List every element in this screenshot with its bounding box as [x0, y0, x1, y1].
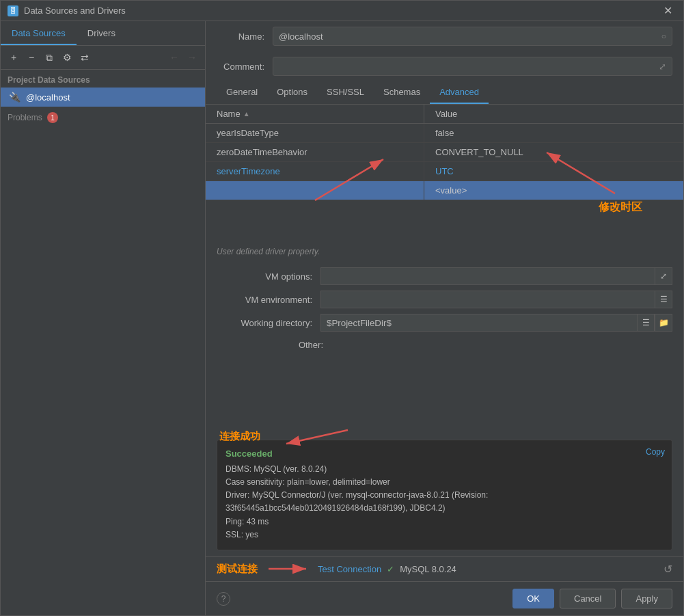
vm-options-row: VM options: ⤢: [217, 267, 672, 285]
cell-name-link[interactable]: serverTimezone: [206, 162, 424, 180]
tab-ssh-ssl[interactable]: SSH/SSL: [317, 81, 374, 104]
table-row-selected[interactable]: <value>: [206, 181, 683, 200]
advanced-table: Name ▲ Value yearIsDateType false zeroDa…: [206, 105, 683, 434]
success-panel: Succeeded Copy DBMS: MySQL (ver. 8.0.24)…: [217, 440, 672, 550]
test-connection-area: 测试连接 Test Connection ✓ MySQL 8.0.24: [217, 562, 456, 576]
name-row: Name: @localhost ○: [206, 21, 683, 51]
main-content: Data Sources Drivers + − ⧉ ⚙ ⇄ ← → Proje…: [1, 21, 683, 615]
vm-options-input[interactable]: [320, 267, 655, 285]
success-line: Driver: MySQL Connector/J (ver. mysql-co…: [225, 489, 664, 502]
success-line: Case sensitivity: plain=lower, delimited…: [225, 476, 664, 489]
nav-arrows: ← →: [167, 51, 200, 64]
footer-right: OK Cancel Apply: [512, 589, 672, 608]
copy-button[interactable]: Copy: [646, 447, 665, 457]
working-dir-input[interactable]: [320, 314, 637, 332]
settings-button[interactable]: ⚙: [59, 50, 74, 65]
close-button[interactable]: ✕: [659, 3, 676, 18]
vm-options-input-wrapper: ⤢: [320, 267, 672, 285]
success-line: SSL: yes: [225, 528, 664, 541]
forward-button[interactable]: →: [184, 51, 200, 64]
tab-schemas[interactable]: Schemas: [374, 81, 430, 104]
sidebar-item-localhost[interactable]: 🔌 @localhost: [1, 88, 205, 107]
problems-label: Problems: [8, 113, 42, 122]
success-area: 连接成功 Succeeded Copy DBMS: MySQ: [206, 434, 683, 556]
working-dir-folder-btn[interactable]: ☰: [637, 314, 655, 332]
working-dir-label: Working directory:: [217, 318, 312, 328]
cell-name: yearIsDateType: [206, 124, 424, 142]
main-window: 🗄 Data Sources and Drivers ✕ Data Source…: [0, 0, 684, 616]
table-row[interactable]: serverTimezone UTC: [206, 162, 683, 181]
working-dir-row: Working directory: ☰ 📁: [217, 314, 672, 332]
right-panel: Name: @localhost ○ Comment: ⤢ General Op…: [206, 21, 683, 615]
vm-env-row: VM environment: ☰: [217, 291, 672, 308]
app-icon: 🗄: [8, 5, 18, 16]
success-title: Succeeded: [225, 448, 664, 459]
test-connection-btn[interactable]: Test Connection: [318, 564, 381, 574]
move-button[interactable]: ⇄: [77, 50, 92, 65]
ok-button[interactable]: OK: [512, 589, 554, 608]
bottom-bar: 测试连接 Test Connection ✓ MySQL 8.0.24 ↺: [206, 556, 683, 581]
name-input[interactable]: @localhost ○: [273, 27, 672, 46]
cell-value-placeholder[interactable]: <value>: [424, 181, 683, 200]
tab-options[interactable]: Options: [267, 81, 317, 104]
vm-options-expand-btn[interactable]: ⤢: [655, 267, 672, 285]
cell-value: CONVERT_TO_NULL: [424, 143, 683, 161]
success-line: Ping: 43 ms: [225, 515, 664, 528]
table-header: Name ▲ Value: [206, 105, 683, 124]
user-defined-prop: User defined driver property.: [206, 241, 683, 262]
title-bar: 🗄 Data Sources and Drivers ✕: [1, 1, 683, 21]
comment-row: Comment: ⤢: [206, 51, 683, 81]
tab-general[interactable]: General: [217, 81, 267, 104]
other-row: Other:: [217, 337, 672, 353]
dialog-footer: ? OK Cancel Apply: [206, 581, 683, 615]
success-line: DBMS: MySQL (ver. 8.0.24): [225, 463, 664, 476]
tab-data-sources[interactable]: Data Sources: [1, 23, 77, 45]
test-check-icon: ✓: [387, 564, 394, 574]
back-button[interactable]: ←: [167, 51, 182, 64]
cell-name: zeroDateTimeBehavior: [206, 143, 424, 161]
sidebar-toolbar: + − ⧉ ⚙ ⇄ ← →: [1, 46, 205, 70]
sidebar: Data Sources Drivers + − ⧉ ⚙ ⇄ ← → Proje…: [1, 21, 206, 615]
help-button[interactable]: ?: [217, 592, 230, 606]
table-row[interactable]: yearIsDateType false: [206, 124, 683, 143]
working-dir-input-wrapper: ☰ 📁: [320, 314, 672, 332]
problems-badge: 1: [47, 112, 58, 123]
sidebar-item-label: @localhost: [26, 92, 70, 103]
col-name-header[interactable]: Name ▲: [206, 105, 424, 123]
problems-section: Problems 1: [1, 107, 205, 129]
vm-section: VM options: ⤢ VM environment: ☰: [206, 262, 683, 358]
other-label: Other:: [228, 340, 323, 350]
expand-icon[interactable]: ⤢: [659, 62, 666, 72]
copy-button[interactable]: ⧉: [42, 50, 57, 65]
section-title: Project Data Sources: [1, 70, 205, 88]
name-value: @localhost: [279, 31, 323, 42]
vm-options-label: VM options:: [217, 271, 312, 282]
working-dir-browse-btn[interactable]: 📁: [655, 314, 672, 332]
col-value-header: Value: [424, 105, 683, 123]
apply-button[interactable]: Apply: [621, 589, 672, 608]
cell-value: UTC: [424, 162, 683, 180]
vm-env-input[interactable]: [320, 291, 655, 308]
add-button[interactable]: +: [6, 50, 21, 65]
vm-env-input-wrapper: ☰: [320, 291, 672, 308]
annotation-timezone: 修改时区: [599, 200, 642, 215]
vm-env-expand-btn[interactable]: ☰: [655, 291, 672, 308]
remove-button[interactable]: −: [24, 50, 39, 65]
success-line: 33f65445a1bcc544eb0120491926484da168f199…: [225, 502, 664, 515]
test-version: MySQL 8.0.24: [400, 564, 456, 574]
window-title: Data Sources and Drivers: [24, 5, 659, 16]
annotation-test-connect: 测试连接: [217, 563, 258, 576]
tab-advanced[interactable]: Advanced: [430, 81, 489, 104]
cancel-button[interactable]: Cancel: [560, 589, 616, 608]
sort-icon: ▲: [243, 110, 250, 118]
cell-value: false: [424, 124, 683, 142]
red-arrow-test: [269, 562, 310, 576]
table-row[interactable]: zeroDateTimeBehavior CONVERT_TO_NULL: [206, 143, 683, 162]
input-icon: ○: [661, 31, 666, 41]
reset-button[interactable]: ↺: [664, 563, 672, 576]
comment-input[interactable]: ⤢: [273, 57, 672, 76]
property-tabs: General Options SSH/SSL Schemas Advanced: [206, 81, 683, 105]
tab-drivers[interactable]: Drivers: [77, 23, 126, 45]
name-label: Name:: [217, 31, 264, 42]
annotation-area: 修改时区: [206, 200, 683, 241]
